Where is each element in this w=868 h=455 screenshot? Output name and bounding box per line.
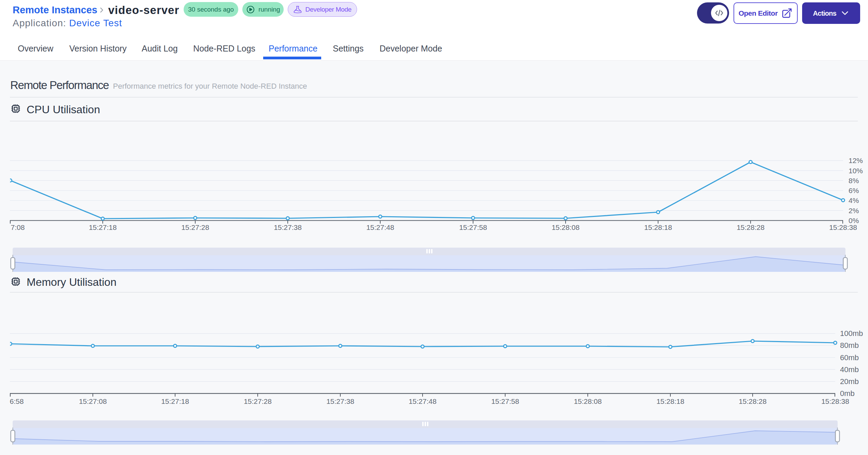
svg-text:7:08: 7:08 [11, 223, 25, 231]
svg-text:15:27:38: 15:27:38 [274, 223, 302, 231]
svg-text:15:28:18: 15:28:18 [656, 397, 684, 405]
svg-text:15:27:18: 15:27:18 [161, 397, 189, 405]
svg-text:15:28:08: 15:28:08 [574, 397, 602, 405]
svg-text:15:27:28: 15:27:28 [244, 397, 272, 405]
svg-text:60mb: 60mb [840, 353, 859, 362]
svg-text:15:28:18: 15:28:18 [644, 223, 672, 231]
svg-text:10%: 10% [849, 167, 863, 175]
svg-text:12%: 12% [849, 157, 863, 164]
svg-text:6%: 6% [849, 187, 859, 194]
svg-text:15:27:38: 15:27:38 [326, 397, 354, 405]
svg-text:6:58: 6:58 [10, 397, 24, 405]
svg-text:8%: 8% [849, 177, 859, 185]
svg-text:40mb: 40mb [840, 365, 859, 374]
svg-text:100mb: 100mb [840, 329, 863, 338]
svg-text:15:28:28: 15:28:28 [737, 223, 765, 231]
svg-text:15:27:48: 15:27:48 [409, 397, 437, 405]
svg-text:2%: 2% [849, 207, 859, 215]
svg-text:15:27:58: 15:27:58 [491, 397, 519, 405]
svg-text:0mb: 0mb [840, 389, 855, 398]
svg-text:15:27:18: 15:27:18 [89, 223, 117, 231]
svg-text:15:28:38: 15:28:38 [821, 397, 849, 405]
svg-text:15:28:28: 15:28:28 [739, 397, 767, 405]
svg-text:15:27:28: 15:27:28 [181, 223, 209, 231]
svg-text:20mb: 20mb [840, 377, 859, 386]
svg-text:15:27:58: 15:27:58 [459, 223, 487, 231]
svg-text:15:27:48: 15:27:48 [366, 223, 394, 231]
svg-text:15:28:38: 15:28:38 [829, 223, 857, 231]
svg-text:15:28:08: 15:28:08 [552, 223, 580, 231]
svg-text:80mb: 80mb [840, 341, 859, 350]
svg-text:4%: 4% [849, 196, 859, 204]
svg-text:15:27:08: 15:27:08 [79, 397, 107, 405]
